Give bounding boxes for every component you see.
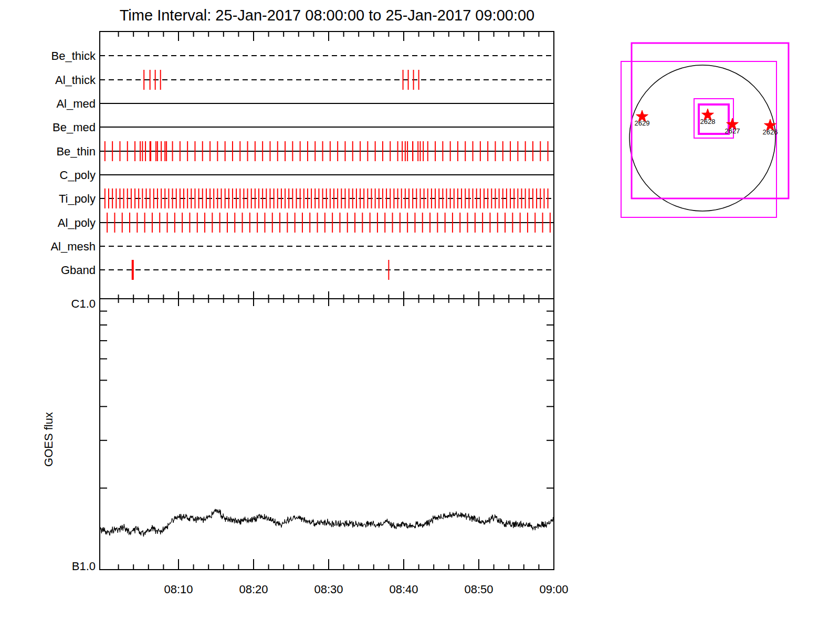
active-region-label: 2627 xyxy=(725,127,740,135)
filter-row-al_med: Al_med xyxy=(56,97,554,110)
goes-ytick-label-bottom: B1.0 xyxy=(72,560,96,573)
filter-row-be_thin: Be_thin xyxy=(56,141,554,161)
filter-label-al_poly: Al_poly xyxy=(58,216,96,229)
active-region-2627: 2627 xyxy=(725,118,740,135)
active-region-label: 2629 xyxy=(635,119,650,127)
active-region-2626: 2626 xyxy=(763,119,778,136)
filter-label-be_med: Be_med xyxy=(52,121,96,134)
goes-ytick-label-top: C1.0 xyxy=(71,297,96,310)
filter-label-al_med: Al_med xyxy=(56,97,96,110)
goes-y-axis-title: GOES flux xyxy=(42,412,55,467)
filter-row-gband: Gband xyxy=(61,260,554,280)
filter-row-ti_poly: Ti_poly xyxy=(59,188,554,208)
active-region-2628: 2628 xyxy=(700,109,716,125)
filter-label-be_thick: Be_thick xyxy=(51,49,96,62)
filter-label-ti_poly: Ti_poly xyxy=(59,192,96,205)
goes-axis-group: C1.0B1.0GOES flux08:1008:2008:3008:4008:… xyxy=(42,297,569,596)
active-region-2629: 2629 xyxy=(635,110,650,127)
filter-row-al_mesh: Al_mesh xyxy=(50,240,554,253)
active-region-label: 2626 xyxy=(763,128,778,136)
filter-label-al_thick: Al_thick xyxy=(55,74,96,87)
filter-row-al_poly: Al_poly xyxy=(58,213,554,233)
time-tick-label: 09:00 xyxy=(539,583,568,596)
time-axis-ticks xyxy=(119,32,554,570)
time-tick-label: 08:50 xyxy=(464,583,493,596)
filter-row-be_med: Be_med xyxy=(52,121,554,134)
goes-flux-curve xyxy=(100,509,554,537)
active-region-label: 2628 xyxy=(700,118,716,125)
observation-chart: Be_thickAl_thickAl_medBe_medBe_thinC_pol… xyxy=(0,0,840,630)
filter-label-be_thin: Be_thin xyxy=(56,145,96,158)
solar-disk-inset: 2629262826272626 xyxy=(621,43,789,217)
filter-row-be_thick: Be_thick xyxy=(51,49,554,62)
filter-row-al_thick: Al_thick xyxy=(55,70,554,90)
time-tick-label: 08:20 xyxy=(239,583,268,596)
filter-label-al_mesh: Al_mesh xyxy=(50,240,96,253)
time-tick-label: 08:10 xyxy=(164,583,193,596)
filter-timeline-panel xyxy=(100,32,554,299)
time-tick-label: 08:30 xyxy=(314,583,343,596)
filter-label-gband: Gband xyxy=(61,264,96,277)
filter-row-c_poly: C_poly xyxy=(60,169,554,182)
time-tick-label: 08:40 xyxy=(389,583,418,596)
filter-label-c_poly: C_poly xyxy=(60,169,96,182)
fov-box-1 xyxy=(621,61,776,217)
xrt-goes-observation-summary: Time Interval: 25-Jan-2017 08:00:00 to 2… xyxy=(0,0,840,630)
